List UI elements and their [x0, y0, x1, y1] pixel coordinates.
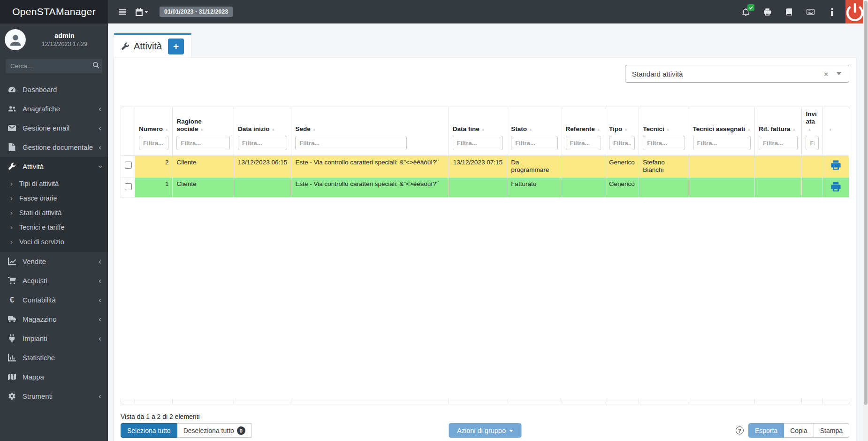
- search-input[interactable]: [6, 59, 102, 73]
- sidebar-item-strumenti[interactable]: Strumenti‹: [0, 387, 108, 406]
- filter-input-ragione-sociale[interactable]: [176, 136, 230, 150]
- print-row-button[interactable]: [830, 180, 841, 192]
- sidebar-item-dashboard[interactable]: Dashboard: [0, 80, 108, 99]
- column-label: Referente: [566, 125, 595, 132]
- filter-cell: [135, 134, 173, 156]
- sidebar-item-attivit[interactable]: Attività‹: [0, 157, 108, 176]
- sort-icon: ▲: [165, 127, 168, 132]
- angle-right-icon: ›: [10, 209, 13, 217]
- column-header-tecnici[interactable]: Tecnici▲: [639, 107, 689, 134]
- column-header-data-fine[interactable]: Data fine▲: [449, 107, 507, 134]
- sidebar-group-statistiche: Statistiche: [0, 348, 108, 367]
- sidebar-item-label: Acquisti: [23, 277, 47, 285]
- column-header-numero[interactable]: Numero▲: [135, 107, 173, 134]
- filter-input-data-inizio[interactable]: [238, 136, 287, 150]
- select-all-button[interactable]: Seleziona tutto: [121, 423, 177, 438]
- sidebar-item-statistiche[interactable]: Statistiche: [0, 348, 108, 367]
- docs-button[interactable]: [781, 4, 797, 20]
- filter-input-data-fine[interactable]: [453, 136, 503, 150]
- column-header-sede[interactable]: Sede▲: [291, 107, 449, 134]
- add-record-button[interactable]: +: [168, 39, 184, 54]
- shortcuts-button[interactable]: [802, 4, 818, 20]
- file-icon: [7, 143, 17, 151]
- info-icon: [828, 8, 836, 16]
- cell-sede: Este - Via controllo caratteri speciali:…: [291, 155, 449, 178]
- tachometer-icon: [7, 85, 17, 93]
- sidebar-item-vendite[interactable]: Vendite‹: [0, 252, 108, 271]
- print-row-button[interactable]: [830, 159, 841, 170]
- book-icon: [785, 8, 793, 16]
- print-table-button[interactable]: Stampa: [814, 423, 849, 438]
- sidebar-item-label: Dashboard: [23, 85, 57, 93]
- sidebar-submenu: ›Tipi di attività›Fasce orarie›Stati di …: [0, 176, 108, 252]
- column-header-inviata[interactable]: Inviata▲: [802, 107, 822, 134]
- row-actions-cell: [822, 178, 849, 198]
- pagination-info: Vista da 1 a 2 di 2 elementi: [121, 413, 849, 420]
- filter-input-stato[interactable]: [511, 136, 557, 150]
- footer-strip-cell: [135, 399, 173, 404]
- sidebar-item-contabilit[interactable]: €Contabilità‹: [0, 290, 108, 309]
- sidebar-subitem-tipi-di-attivit[interactable]: ›Tipi di attività: [0, 176, 108, 191]
- sidebar-subitem-tecnici-e-tariffe[interactable]: ›Tecnici e tariffe: [0, 220, 108, 234]
- sidebar-subitem-stati-di-attivit[interactable]: ›Stati di attività: [0, 205, 108, 220]
- filter-input-sede[interactable]: [295, 136, 407, 150]
- sidebar-item-mappa[interactable]: Mappa: [0, 367, 108, 387]
- help-icon[interactable]: ?: [736, 426, 744, 434]
- filter-input-tecnici[interactable]: [643, 136, 685, 150]
- sidebar-menu: DashboardAnagrafiche‹Gestione email‹Gest…: [0, 80, 108, 406]
- column-header-tecnici-assegnati[interactable]: Tecnici assegnati▲: [689, 107, 755, 134]
- chevron-left-icon: ‹: [99, 279, 101, 283]
- search-submit-button[interactable]: [92, 62, 99, 70]
- print-button[interactable]: [759, 4, 775, 20]
- euro-icon: €: [7, 296, 17, 304]
- column-label: Data fine: [453, 125, 480, 132]
- tab-attivita[interactable]: Attività +: [114, 33, 191, 58]
- sidebar-group-anagrafiche: Anagrafiche‹: [0, 99, 108, 118]
- row-checkbox[interactable]: [125, 162, 132, 169]
- column-header-tipo[interactable]: Tipo▲: [605, 107, 639, 134]
- sidebar-item-acquisti[interactable]: Acquisti‹: [0, 271, 108, 290]
- sidebar-item-gestione-documentale[interactable]: Gestione documentale‹: [0, 138, 108, 157]
- cell-stato: Fatturato: [507, 178, 562, 198]
- filter-input-inviata[interactable]: [806, 136, 818, 150]
- filter-input-numero[interactable]: [139, 136, 168, 150]
- column-header-ragione-sociale[interactable]: Ragione sociale▲: [173, 107, 234, 134]
- sidebar-item-gestione-email[interactable]: Gestione email‹: [0, 118, 108, 138]
- date-range-badge[interactable]: 01/01/2023 - 31/12/2023: [160, 7, 233, 17]
- sidebar-subitem-voci-di-servizio[interactable]: ›Voci di servizio: [0, 234, 108, 249]
- notifications-button[interactable]: [738, 4, 754, 20]
- scrollbar-thumb[interactable]: [864, 1, 868, 405]
- filter-input-rif-fattura[interactable]: [759, 136, 798, 150]
- sidebar-subitem-fasce-orarie[interactable]: ›Fasce orarie: [0, 191, 108, 205]
- deselect-all-button[interactable]: Deseleziona tutto0: [177, 423, 252, 438]
- sidebar-item-magazzino[interactable]: Magazzino‹: [0, 309, 108, 329]
- chevron-left-icon: ‹: [99, 126, 101, 131]
- column-header-rif-fattura[interactable]: Rif. fattura▲: [755, 107, 802, 134]
- export-button[interactable]: Esporta: [748, 423, 784, 438]
- sidebar-item-label: Attività: [23, 162, 44, 170]
- column-header-data-inizio[interactable]: Data inizio▲: [234, 107, 291, 134]
- clear-select-icon[interactable]: ×: [824, 70, 828, 78]
- sidebar-toggle-button[interactable]: [114, 4, 130, 20]
- page-scrollbar[interactable]: [863, 0, 868, 441]
- filter-cell: [755, 134, 802, 156]
- view-select[interactable]: Standard attività ×: [625, 65, 849, 83]
- calendar-button[interactable]: [130, 4, 153, 20]
- filter-input-tipo[interactable]: [609, 136, 635, 150]
- filter-input-referente[interactable]: [566, 136, 601, 150]
- sidebar-item-impianti[interactable]: Impianti‹: [0, 329, 108, 348]
- sidebar-item-anagrafiche[interactable]: Anagrafiche‹: [0, 99, 108, 118]
- column-label: Ragione sociale: [176, 118, 201, 132]
- column-label: Tecnici assegnati: [693, 125, 746, 132]
- row-checkbox[interactable]: [125, 183, 132, 190]
- info-button[interactable]: [824, 4, 840, 20]
- logout-button[interactable]: [845, 0, 864, 23]
- user-icon: [8, 33, 23, 47]
- users-icon: [7, 105, 17, 113]
- filter-input-tecnici-assegnati[interactable]: [693, 136, 751, 150]
- group-actions-button[interactable]: Azioni di gruppo: [449, 423, 521, 438]
- copy-button[interactable]: Copia: [784, 423, 814, 438]
- caret-down-icon: [145, 11, 148, 13]
- column-header-referente[interactable]: Referente▲: [562, 107, 605, 134]
- column-header-stato[interactable]: Stato▲: [507, 107, 562, 134]
